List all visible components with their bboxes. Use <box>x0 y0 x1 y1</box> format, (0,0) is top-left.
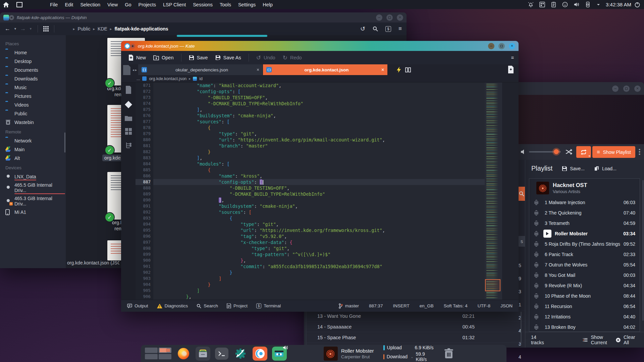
playlist-track-you-got-mail[interactable]: 8 You Got Mail00:03 <box>529 270 640 280</box>
sidebar-item-lnx-data[interactable]: LNX_Data <box>5 172 66 181</box>
show-current-button[interactable]: Show Current <box>583 335 616 345</box>
volume-slider[interactable] <box>529 151 561 153</box>
network-monitor[interactable]: Upload 6.9 KiB/s Download ⌄ 59.9 KiB/s <box>383 345 434 362</box>
save-button[interactable]: Save <box>186 53 211 62</box>
virtual-desktop-pager[interactable] <box>145 348 171 359</box>
maximize-icon[interactable] <box>623 85 630 92</box>
outline-icon[interactable] <box>125 142 132 148</box>
tab-okular-dependencies-json[interactable]: { }okular_dependencies.json× <box>138 64 263 75</box>
open-button[interactable]: Open <box>151 53 176 62</box>
pin-icon[interactable] <box>130 44 135 49</box>
dolphin-titlebar[interactable]: flatpak-kde-applications — Dolphin – × <box>0 12 407 22</box>
menu-sessions[interactable]: Sessions <box>193 2 213 7</box>
new-button[interactable]: New <box>126 53 149 62</box>
show-playlist-button[interactable]: ≡ Show Playlist <box>592 146 635 158</box>
menu-edit[interactable]: Edit <box>65 2 73 7</box>
minimize-icon[interactable]: – <box>612 85 619 92</box>
kate-titlebar[interactable]: org.kde.kontact.json — Kate – × <box>121 41 519 51</box>
clear-all-button[interactable]: Clear All <box>616 335 639 345</box>
kate-icon[interactable] <box>253 347 267 361</box>
playlist-track-panic-track[interactable]: 6 Panic Track02:33 <box>529 249 640 259</box>
volume-icon[interactable] <box>574 2 579 7</box>
playlist-track-tetrameth[interactable]: 3 Tetrameth04:59 <box>529 218 640 228</box>
status-terminal-button[interactable]: $Terminal <box>256 303 281 308</box>
documents-icon[interactable] <box>122 65 131 75</box>
save-as-button[interactable]: Save As <box>213 53 244 62</box>
breadcrumb-node[interactable]: id <box>199 76 203 81</box>
projects-icon[interactable] <box>125 128 132 135</box>
close-icon[interactable]: × <box>397 14 403 21</box>
open-terminal-icon[interactable]: $ <box>385 26 391 32</box>
shuffle-icon[interactable] <box>566 149 572 155</box>
crumb-flatpak-kde-applications[interactable]: flatpak-kde-applications <box>114 26 168 32</box>
sidebar-item-465-5-gib-internal-driv-[interactable]: 465.5 GiB Internal Driv... <box>5 181 66 194</box>
bg-track-15-space-phase[interactable]: 15 - Space Phase01:32 <box>306 332 525 343</box>
tab-close-icon[interactable]: × <box>381 67 384 72</box>
playlist-track-roller-mobster[interactable]: Roller Mobster03:34 <box>529 228 640 239</box>
playlist-track-the-quickening[interactable]: 2 The Quickening07:40 <box>529 207 640 218</box>
face-icon[interactable] <box>562 2 568 7</box>
tab-scroll-left-icon[interactable]: ◂ <box>132 68 134 72</box>
sidebar-item-home[interactable]: Home <box>5 48 66 57</box>
forward-dropdown-icon[interactable]: ▼ <box>29 27 32 31</box>
places-scrollbar[interactable] <box>64 132 65 153</box>
sidebar-item-public[interactable]: Public <box>5 109 66 118</box>
playlist-track-outrun-the-wolves[interactable]: 7 Outrun the Wolves05:54 <box>529 259 640 270</box>
close-icon[interactable]: × <box>509 43 515 49</box>
phone-icon[interactable] <box>585 2 591 7</box>
sidebar-item-main[interactable]: Main <box>5 145 66 154</box>
file-manager-icon[interactable] <box>196 347 210 361</box>
diff-tool-icon[interactable] <box>125 101 132 108</box>
media-widget[interactable]: Roller Mobster Carpenter Brut <box>324 347 374 361</box>
sidebar-item-alt[interactable]: Alt <box>5 154 66 163</box>
playlist-track-irritations[interactable]: 12 Irritations04:40 <box>529 311 640 322</box>
power-icon[interactable] <box>635 2 640 7</box>
maximize-icon[interactable] <box>386 14 393 21</box>
menu-settings[interactable]: Settings <box>238 2 256 7</box>
trash-icon[interactable] <box>444 348 454 359</box>
active-window-icon[interactable] <box>16 2 22 7</box>
back-icon[interactable]: ← <box>5 25 10 32</box>
back-dropdown-icon[interactable]: ▼ <box>14 27 17 31</box>
document-breadcrumb[interactable]: ... org.kde.kontact.json ▸ id <box>121 75 519 82</box>
sidebar-item-pictures[interactable]: Pictures <box>5 92 66 101</box>
playlist-track-recursion[interactable]: 11 Recursion06:54 <box>529 301 640 311</box>
sidebar-item-mi-a1[interactable]: Mi A1 <box>5 208 66 217</box>
tab-org-kde-kontact-json[interactable]: { }org.kde.kontact.json× <box>263 64 388 75</box>
quick-open-icon[interactable] <box>397 67 401 73</box>
breadcrumb-file[interactable]: org.kde.kontact.json <box>149 76 186 81</box>
playlist-track-phase-of-the-moon[interactable]: 10 Phase of the Moon08:44 <box>529 291 640 301</box>
tab-close-icon[interactable]: × <box>257 67 259 72</box>
terminal-icon[interactable] <box>215 348 228 360</box>
status-master[interactable]: master <box>339 303 359 309</box>
close-icon[interactable]: × <box>634 85 641 92</box>
menu-view[interactable]: View <box>107 2 118 7</box>
status-project-button[interactable]: Project <box>227 303 248 308</box>
sidebar-item-465-3-gib-internal-driv-[interactable]: ×465.3 GiB Internal Driv... <box>5 194 66 208</box>
playlist-track-broken-boy[interactable]: 13 Broken Boy04:02 <box>529 322 640 332</box>
sidebar-item-wastebin[interactable]: Wastebin <box>5 118 66 127</box>
code-editor[interactable]: "name": "kmail-account-wizard", "config-… <box>153 82 485 300</box>
split-view-icon[interactable] <box>405 67 411 72</box>
status-soft-tabs-4[interactable]: Soft Tabs: 4 <box>444 303 468 308</box>
bell-icon[interactable] <box>528 2 534 7</box>
undo-button[interactable]: ↺Undo <box>254 53 278 63</box>
repeat-button[interactable]: ▾ <box>576 146 591 158</box>
undo-icon[interactable]: ↺ <box>360 25 365 33</box>
sidebar-item-videos[interactable]: Videos <box>5 101 66 109</box>
breadcrumb[interactable]: ▸Public▸KDE▸flatpak-kde-applications <box>73 26 168 32</box>
breadcrumb-ellipsis[interactable]: ... <box>137 76 140 81</box>
sidebar-item-documents[interactable]: Documents <box>5 66 66 74</box>
crumb-public[interactable]: Public <box>77 26 90 32</box>
sidebar-item-desktop[interactable]: Desktop <box>5 57 66 66</box>
status-887-37[interactable]: 887:37 <box>369 303 383 308</box>
status-insert[interactable]: INSERT <box>393 303 409 308</box>
sidebar-item-music[interactable]: Music <box>5 83 66 92</box>
documents-list-icon[interactable] <box>125 86 132 94</box>
sidebar-item-network[interactable]: Network <box>5 136 66 145</box>
redo-button[interactable]: ↻Redo <box>280 53 305 63</box>
clock[interactable]: 3:42:38 AM <box>606 2 631 7</box>
launcher-home-icon[interactable] <box>3 2 9 7</box>
scrollbar[interactable] <box>642 180 644 321</box>
playlist-track-roja-drifts-by-timo-jahns-strings-r-[interactable]: 5 Roja Drifts By (Timo Jahns Strings R..… <box>529 239 640 249</box>
